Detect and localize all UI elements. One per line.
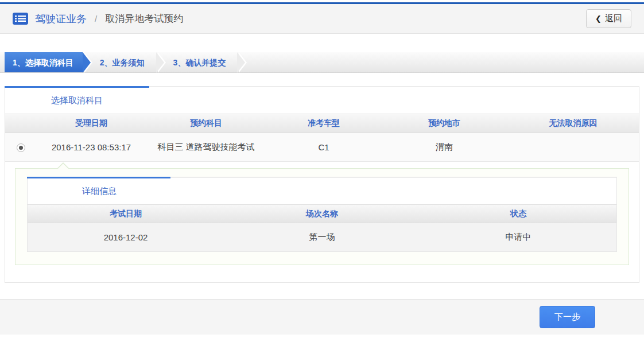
detail-table-row: 2016-12-02 第一场 申请中	[28, 223, 616, 251]
col-header-status: 状态	[420, 209, 616, 219]
tab-select-cancel-subject[interactable]: 选择取消科目	[5, 87, 103, 114]
breadcrumb-current: 取消异地考试预约	[105, 12, 183, 25]
header-bar: 驾驶证业务 / 取消异地考试预约 ❮ 返回	[0, 2, 644, 34]
cell-exam-date: 2016-12-02	[28, 232, 224, 242]
col-header-session-name: 场次名称	[224, 209, 420, 219]
breadcrumb-separator: /	[95, 14, 97, 24]
step-tab-3-confirm-submit[interactable]: 3、确认并提交	[156, 52, 238, 72]
row-select-radio[interactable]	[17, 143, 25, 152]
cell-vehicle-type: C1	[266, 142, 381, 152]
detail-panel: 详细信息 考试日期 场次名称 状态 2016-12-02 第一场 申请中	[27, 177, 617, 252]
back-button[interactable]: ❮ 返回	[586, 9, 631, 28]
col-header-city: 预约地市	[381, 118, 507, 129]
main-panel: 选择取消科目 受理日期 预约科目 准考车型 预约地市 无法取消原因 2016-1…	[5, 86, 639, 283]
step-tabs: 1、选择取消科目 2、业务须知 3、确认并提交	[0, 52, 644, 73]
step-tab-1-select-subject[interactable]: 1、选择取消科目	[5, 52, 83, 72]
col-header-cancel-reason: 无法取消原因	[507, 118, 639, 129]
list-icon	[13, 13, 28, 25]
cell-accept-date: 2016-11-23 08:53:17	[37, 142, 146, 152]
appointments-table-header: 受理日期 预约科目 准考车型 预约地市 无法取消原因	[5, 114, 639, 133]
col-header-exam-date: 考试日期	[28, 209, 224, 219]
col-header-vehicle-type: 准考车型	[266, 118, 381, 129]
footer-action-bar: 下一步	[0, 299, 644, 335]
tab-detail-info[interactable]: 详细信息	[28, 178, 117, 204]
back-button-label: 返回	[605, 13, 622, 24]
table-row[interactable]: 2016-11-23 08:53:17 科目三 道路驾驶技能考试 C1 渭南	[5, 133, 639, 162]
detail-tab-underline	[27, 177, 170, 178]
page: 驾驶证业务 / 取消异地考试预约 ❮ 返回 1、选择取消科目 2、业务须知 3、…	[0, 0, 644, 342]
cell-city: 渭南	[381, 142, 507, 153]
callout-notch	[57, 162, 69, 169]
next-step-button[interactable]: 下一步	[540, 306, 595, 328]
step-tab-2-business-notice[interactable]: 2、业务须知	[83, 52, 156, 72]
col-header-accept-date: 受理日期	[37, 118, 146, 129]
cell-subject: 科目三 道路驾驶技能考试	[146, 142, 266, 153]
page-title: 驾驶证业务	[35, 12, 87, 26]
col-header-subject: 预约科目	[146, 118, 266, 129]
cell-session-name: 第一场	[224, 232, 420, 243]
detail-table-header: 考试日期 场次名称 状态	[28, 204, 616, 223]
active-tab-underline	[5, 86, 149, 88]
chevron-left-icon: ❮	[595, 14, 602, 23]
detail-callout: 详细信息 考试日期 场次名称 状态 2016-12-02 第一场 申请中	[15, 168, 629, 265]
cell-status: 申请中	[420, 232, 616, 243]
